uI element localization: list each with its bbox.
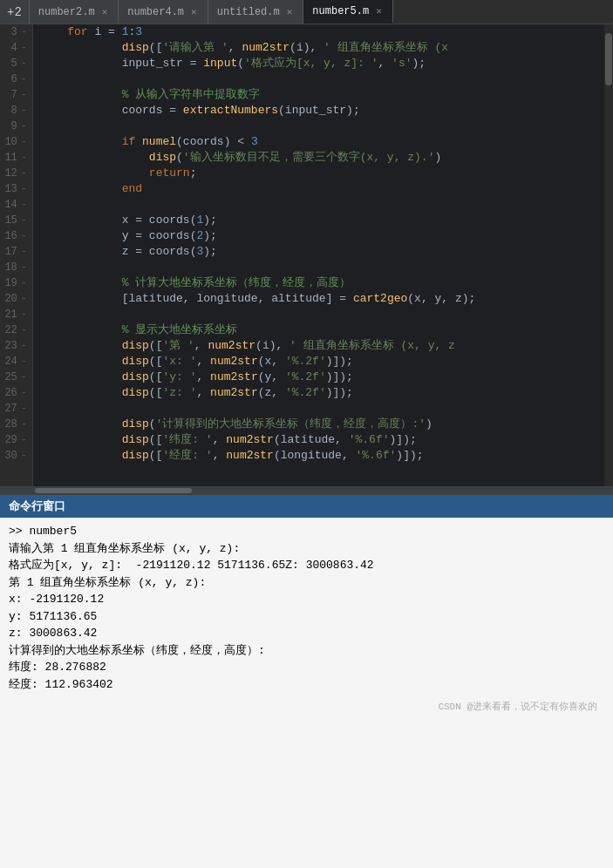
cmd-line-2: 格式应为[x, y, z]: -2191120.12 5171136.65Z: … — [9, 557, 604, 574]
code-line-12: return; — [40, 166, 604, 181]
ln-22: 22- — [3, 322, 27, 338]
tab-number5-label: number5.m — [312, 5, 369, 17]
code-line-20: [latitude, longitude, altitude] = cart2g… — [40, 291, 604, 307]
cmd-window-header: 命令行窗口 — [0, 495, 613, 518]
ln-9: 9- — [3, 119, 27, 134]
v-scrollbar[interactable] — [604, 24, 613, 486]
tab-number2-close[interactable]: ✕ — [100, 5, 110, 18]
tab-number2-label: number2.m — [38, 6, 95, 18]
h-scrollbar-thumb[interactable] — [35, 488, 192, 493]
ln-27: 27- — [3, 401, 27, 417]
ln-13: 13- — [3, 181, 27, 197]
h-scrollbar[interactable] — [0, 486, 613, 495]
code-line-5: input_str = input('格式应为[x, y, z]: ', 's'… — [40, 56, 604, 71]
ln-23: 23- — [3, 338, 27, 354]
ln-7: 7- — [3, 87, 27, 103]
ln-21: 21- — [3, 307, 27, 322]
cmd-line-prompt: >> number5 — [9, 523, 604, 540]
code-line-13: end — [40, 181, 604, 197]
cmd-line-1: 请输入第 1 组直角坐标系坐标 (x, y, z): — [9, 540, 604, 558]
code-line-30: disp(['经度: ', num2str(longitude, '%.6f')… — [40, 448, 604, 464]
cmd-line-5: y: 5171136.65 — [9, 608, 604, 626]
ln-16: 16- — [3, 228, 27, 244]
code-line-6 — [40, 71, 604, 87]
code-line-3: for i = 1:3 — [40, 24, 604, 40]
ln-15: 15- — [3, 213, 27, 228]
tab-untitled-label: untitled.m — [217, 6, 280, 18]
code-line-14 — [40, 197, 604, 213]
ln-29: 29- — [3, 432, 27, 448]
tab-number2[interactable]: number2.m ✕ — [30, 0, 119, 24]
code-line-17: z = coords(3); — [40, 244, 604, 260]
code-line-7: % 从输入字符串中提取数字 — [40, 87, 604, 103]
code-line-21 — [40, 307, 604, 322]
ln-5: 5- — [3, 56, 27, 71]
ln-11: 11- — [3, 150, 27, 166]
code-line-8: coords = extractNumbers(input_str); — [40, 103, 604, 119]
ln-19: 19- — [3, 275, 27, 291]
code-line-9 — [40, 119, 604, 134]
tab-number4-label: number4.m — [127, 6, 184, 18]
cmd-header-title: 命令行窗口 — [9, 498, 65, 514]
code-line-23: disp(['第 ', num2str(i), ' 组直角坐标系坐标 (x, y… — [40, 338, 604, 354]
code-line-15: x = coords(1); — [40, 213, 604, 228]
tab-untitled[interactable]: untitled.m ✕ — [208, 0, 304, 24]
cmd-line-6: z: 3000863.42 — [9, 625, 604, 642]
tab-untitled-close[interactable]: ✕ — [285, 5, 295, 18]
code-line-4: disp(['请输入第 ', num2str(i), ' 组直角坐标系坐标 (x — [40, 40, 604, 56]
cmd-body[interactable]: >> number5 请输入第 1 组直角坐标系坐标 (x, y, z): 格式… — [0, 518, 613, 868]
tab-number5[interactable]: number5.m ✕ — [303, 0, 392, 24]
ln-14: 14- — [3, 197, 27, 213]
tab-bar: +2 number2.m ✕ number4.m ✕ untitled.m ✕ … — [0, 0, 613, 24]
tab-plus[interactable]: +2 — [0, 0, 30, 24]
code-line-26: disp(['z: ', num2str(z, '%.2f')]); — [40, 385, 604, 401]
ln-17: 17- — [3, 244, 27, 260]
cmd-line-9: 经度: 112.963402 — [9, 676, 604, 694]
cmd-line-8: 纬度: 28.276882 — [9, 659, 604, 676]
code-line-19: % 计算大地坐标系坐标（纬度，经度，高度） — [40, 275, 604, 291]
ln-24: 24- — [3, 354, 27, 370]
ln-3: 3- — [3, 24, 27, 40]
code-line-28: disp('计算得到的大地坐标系坐标（纬度，经度，高度）:') — [40, 417, 604, 432]
ln-20: 20- — [3, 291, 27, 307]
code-line-29: disp(['纬度: ', num2str(latitude, '%.6f')]… — [40, 432, 604, 448]
cmd-line-7: 计算得到的大地坐标系坐标（纬度，经度，高度）: — [9, 642, 604, 660]
ln-30: 30- — [3, 448, 27, 464]
code-line-18 — [40, 260, 604, 275]
code-line-22: % 显示大地坐标系坐标 — [40, 322, 604, 338]
tab-number4-close[interactable]: ✕ — [189, 5, 199, 18]
code-line-25: disp(['y: ', num2str(y, '%.2f')]); — [40, 370, 604, 385]
ln-28: 28- — [3, 417, 27, 432]
code-line-27 — [40, 401, 604, 417]
app-window: +2 number2.m ✕ number4.m ✕ untitled.m ✕ … — [0, 0, 613, 868]
cmd-line-3: 第 1 组直角坐标系坐标 (x, y, z): — [9, 574, 604, 592]
ln-6: 6- — [3, 71, 27, 87]
ln-10: 10- — [3, 134, 27, 150]
tab-number4[interactable]: number4.m ✕ — [119, 0, 208, 24]
code-line-16: y = coords(2); — [40, 228, 604, 244]
code-line-24: disp(['x: ', num2str(x, '%.2f')]); — [40, 354, 604, 370]
cmd-watermark: CSDN @进来看看，说不定有你喜欢的 — [9, 700, 604, 716]
ln-18: 18- — [3, 260, 27, 275]
ln-25: 25- — [3, 370, 27, 385]
tab-number5-close[interactable]: ✕ — [374, 4, 384, 17]
code-content[interactable]: for i = 1:3 disp(['请输入第 ', num2str(i), '… — [33, 24, 604, 486]
ln-8: 8- — [3, 103, 27, 119]
ln-4: 4- — [3, 40, 27, 56]
code-line-10: if numel(coords) < 3 — [40, 134, 604, 150]
line-numbers: 3- 4- 5- 6- 7- 8- 9- 10- 11- 12- 13- 14-… — [0, 24, 33, 486]
cmd-line-4: x: -2191120.12 — [9, 591, 604, 608]
ln-26: 26- — [3, 385, 27, 401]
code-line-11: disp('输入坐标数目不足，需要三个数字(x, y, z).') — [40, 150, 604, 166]
ln-12: 12- — [3, 166, 27, 181]
editor-area: 3- 4- 5- 6- 7- 8- 9- 10- 11- 12- 13- 14-… — [0, 24, 613, 486]
